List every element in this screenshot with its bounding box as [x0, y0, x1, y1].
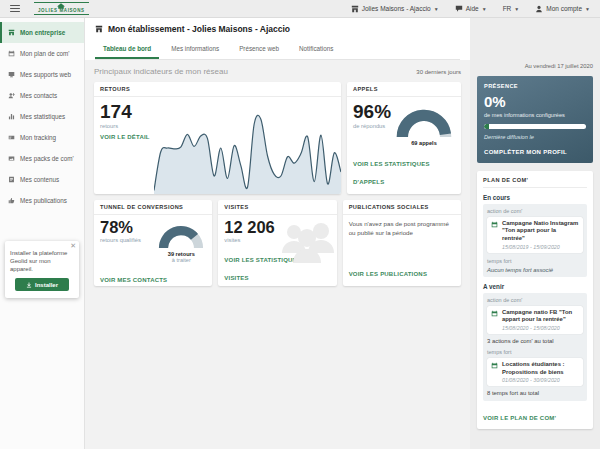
- appels-gauge-label: 69 appels: [411, 140, 437, 146]
- plan-label: PLAN DE COM': [483, 177, 587, 188]
- plan-en-cours-box: action de com' Campagne Natio Instagram …: [483, 204, 587, 277]
- right-panel: Au vendredi 17 juillet 2020 PRÉSENCE 0% …: [470, 18, 600, 449]
- help-bubble-icon: [455, 5, 463, 13]
- chevron-down-icon: ▼: [514, 6, 519, 12]
- sidebar-item-label: Mes supports web: [20, 71, 71, 78]
- thumb-up-icon: [8, 197, 15, 204]
- temps-fort-total: 8 temps fort au total: [487, 390, 583, 396]
- content-icon: [8, 176, 15, 183]
- tunnel-card-label: TUNNEL DE CONVERSIONS: [94, 200, 212, 215]
- retours-value: 174: [100, 102, 154, 122]
- sidebar-item-label: Mon tracking: [20, 134, 56, 141]
- sidebar-item-label: Mes statistiques: [20, 113, 65, 120]
- sidebar-item-mon-tracking[interactable]: Mon tracking: [0, 127, 84, 148]
- temps-fort-label: temps fort: [487, 349, 583, 355]
- install-button-label: Installer: [35, 282, 58, 288]
- plan-item-title: Campagne Natio Instagram "Ton appart pou…: [502, 220, 579, 243]
- help-label: Aide: [466, 5, 479, 12]
- language-selector[interactable]: FR▼: [503, 5, 520, 12]
- account-menu[interactable]: Mon compte▼: [535, 5, 590, 13]
- sidebar-item-mon-entreprise[interactable]: Mon entreprise: [0, 22, 84, 43]
- tunnel-contacts-link[interactable]: VOIR MES CONTACTS: [100, 277, 167, 283]
- calendar-icon: [491, 362, 498, 369]
- tunnel-gauge-sublabel: à traiter: [172, 257, 191, 263]
- logo-text: Jolies Maisons: [38, 9, 85, 14]
- plan-a-venir-box: action de com' Campagne natio FB "Ton ap…: [483, 293, 587, 402]
- help-menu[interactable]: Aide▼: [455, 5, 487, 13]
- plan-item-dates: 01/08/2020 - 30/09/2020: [502, 377, 579, 383]
- account-label: Mon compte: [546, 5, 582, 12]
- visites-card: VISITES 12 206 visites: [218, 200, 336, 286]
- publications-link[interactable]: VOIR LES PUBLICATIONS: [349, 271, 427, 277]
- visites-card-label: VISITES: [218, 200, 336, 215]
- publications-card-label: PUBLICATIONS SOCIALES: [343, 200, 461, 215]
- sidebar-item-mes-supports-web[interactable]: Mes supports web: [0, 64, 84, 85]
- main-header: Mon établissement - Jolies Maisons - Aja…: [85, 18, 470, 60]
- download-icon: [26, 282, 32, 288]
- install-promo-text: Installer la plateforme Geolid sur mon a…: [10, 249, 74, 273]
- visites-unit: visites: [224, 237, 274, 243]
- retours-card: RETOURS 174 retours VOIR LE DÉTAIL: [94, 82, 341, 194]
- publications-card: PUBLICATIONS SOCIALES Vous n'avez pas de…: [343, 200, 461, 286]
- tab-bar: Tableau de bord Mes informations Présenc…: [95, 41, 460, 60]
- sidebar-item-mes-contacts[interactable]: Mes contacts: [0, 85, 84, 106]
- pack-icon: [8, 155, 15, 162]
- action-de-com-label: action de com': [487, 297, 583, 303]
- presence-progress-bar: [484, 124, 586, 129]
- plan-item-title: Campagne natio FB "Ton appart pour la re…: [502, 309, 579, 324]
- chevron-down-icon: ▼: [434, 6, 439, 12]
- temps-fort-empty: Aucun temps fort associé: [487, 267, 583, 273]
- sidebar-item-mes-publications[interactable]: Mes publications: [0, 190, 84, 211]
- tab-presence-web[interactable]: Présence web: [231, 41, 287, 59]
- building-icon: [351, 5, 359, 13]
- calendar-icon: [8, 50, 15, 57]
- monitor-icon: [8, 71, 15, 78]
- tunnel-value: 78%: [100, 219, 141, 236]
- plan-action-item[interactable]: Campagne natio FB "Ton appart pour la re…: [487, 306, 583, 334]
- retours-detail-link[interactable]: VOIR LE DÉTAIL: [100, 134, 154, 140]
- user-icon: [535, 5, 543, 13]
- install-promo-card: ✕ Installer la plateforme Geolid sur mon…: [5, 241, 79, 298]
- hamburger-menu-icon[interactable]: [10, 5, 20, 13]
- plan-temps-fort-item[interactable]: Locations étudiantes : Propositions de b…: [487, 358, 583, 386]
- establishment-selector[interactable]: Jolies Maisons - Ajaccio▼: [351, 5, 439, 13]
- complete-profile-link[interactable]: COMPLÉTER MON PROFIL: [484, 149, 586, 155]
- plan-a-venir-title: A venir: [483, 283, 587, 290]
- plan-en-cours-title: En cours: [483, 194, 587, 201]
- sidebar-item-label: Mon entreprise: [20, 29, 65, 36]
- page-title: Mon établissement - Jolies Maisons - Aja…: [108, 24, 290, 34]
- person-add-icon: [8, 92, 15, 99]
- install-button[interactable]: Installer: [15, 278, 69, 291]
- presence-label: PRÉSENCE: [484, 83, 586, 89]
- retours-area-chart: [154, 104, 341, 194]
- plan-item-dates: 15/08/2019 - 15/09/2020: [502, 244, 579, 250]
- sidebar-item-mon-plan-de-com[interactable]: Mon plan de com': [0, 43, 84, 64]
- plan-de-com-card: PLAN DE COM' En cours action de com' Cam…: [477, 171, 593, 430]
- sidebar-item-label: Mes contenus: [20, 176, 59, 183]
- sidebar-item-mes-contenus[interactable]: Mes contenus: [0, 169, 84, 190]
- app-root: Jolies Maisons Jolies Maisons - Ajaccio▼…: [0, 0, 600, 449]
- chevron-down-icon: ▼: [482, 6, 487, 12]
- plan-item-title: Locations étudiantes : Propositions de b…: [502, 361, 579, 376]
- publications-empty-text: Vous n'avez pas de post programmé ou pub…: [343, 215, 461, 257]
- tab-tableau-de-bord[interactable]: Tableau de bord: [95, 41, 159, 59]
- tunnel-gauge-chart: [156, 222, 206, 250]
- sidebar-item-mes-packs-de-com[interactable]: Mes packs de com': [0, 148, 84, 169]
- sidebar-item-label: Mes packs de com': [20, 155, 74, 162]
- plan-de-com-link[interactable]: VOIR LE PLAN DE COM': [483, 415, 587, 421]
- presence-progress-fill: [484, 124, 489, 129]
- plan-action-item[interactable]: Campagne Natio Instagram "Ton appart pou…: [487, 217, 583, 253]
- sidebar-item-mes-statistiques[interactable]: Mes statistiques: [0, 106, 84, 127]
- tunnel-card: TUNNEL DE CONVERSIONS 78% retours qualif…: [94, 200, 212, 286]
- close-icon[interactable]: ✕: [70, 242, 76, 250]
- plan-item-dates: 15/08/2020 - 15/08/2020: [502, 325, 579, 331]
- tab-mes-informations[interactable]: Mes informations: [163, 41, 227, 59]
- building-icon: [8, 29, 15, 36]
- tab-notifications[interactable]: Notifications: [291, 41, 341, 59]
- section-title: Principaux indicateurs de mon réseau: [94, 67, 228, 76]
- appels-stats-link[interactable]: VOIR LES STATISTIQUES D'APPELS: [353, 161, 430, 185]
- topbar: Jolies Maisons Jolies Maisons - Ajaccio▼…: [0, 0, 600, 18]
- appels-value: 96%: [353, 102, 391, 122]
- app-logo[interactable]: Jolies Maisons: [34, 2, 89, 15]
- presence-card: PRÉSENCE 0% de mes informations configur…: [477, 76, 593, 163]
